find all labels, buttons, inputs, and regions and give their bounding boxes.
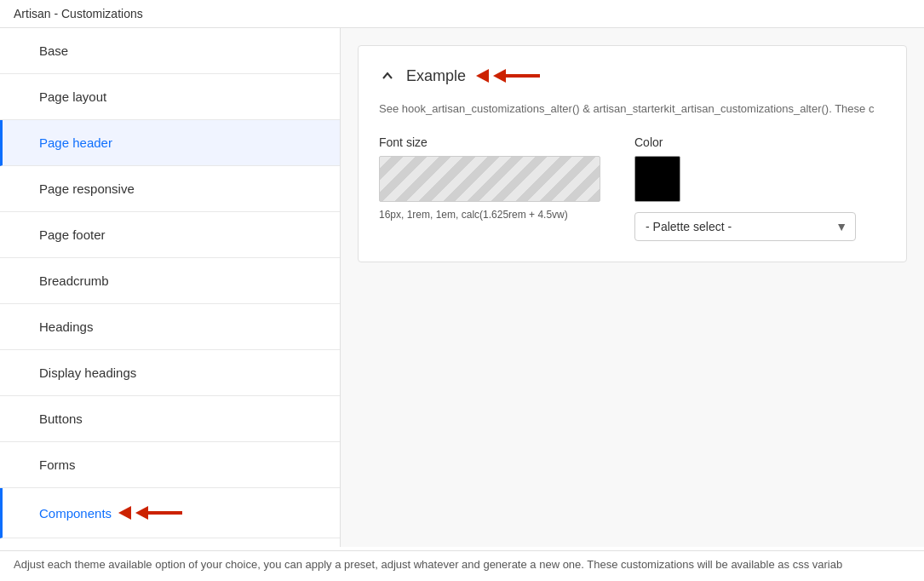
color-field-group: Color - Palette select - ▼ (634, 135, 856, 241)
sidebar-item-label: Base (39, 43, 68, 58)
sidebar-item-label: Page header (39, 135, 112, 150)
sidebar-item-components[interactable]: Components (0, 488, 340, 538)
main-layout: Base Page layout Page header Page respon… (0, 28, 924, 547)
sidebar-item-display-headings[interactable]: Display headings (0, 350, 340, 396)
palette-select[interactable]: - Palette select - (634, 212, 856, 241)
sidebar-item-buttons[interactable]: Buttons (0, 396, 340, 442)
chevron-up-icon (381, 69, 394, 83)
font-size-field-group: Font size 16px, 1rem, 1em, calc(1.625rem… (379, 135, 600, 221)
example-description: See hook_artisan_customizations_alter() … (379, 102, 886, 115)
bottom-bar: Adjust each theme available option of yo… (0, 550, 924, 581)
content-area: Example See hook_artisan_customizations_… (341, 28, 924, 547)
font-size-value: 16px, 1rem, 1em, calc(1.625rem + 4.5vw) (379, 209, 600, 221)
sidebar-item-breadcrumb[interactable]: Breadcrumb (0, 258, 340, 304)
sidebar-item-label: Page responsive (39, 181, 135, 196)
example-header: Example (379, 66, 886, 85)
collapse-example-button[interactable] (379, 67, 396, 84)
red-arrow-components-icon (118, 503, 187, 522)
sidebar-item-label: Buttons (39, 411, 83, 426)
sidebar-item-label: Display headings (39, 365, 136, 380)
sidebar-item-label: Page footer (39, 227, 106, 242)
sidebar-item-label: Headings (39, 319, 93, 334)
svg-marker-2 (493, 69, 540, 83)
sidebar-item-label: Breadcrumb (39, 273, 109, 288)
fields-row: Font size 16px, 1rem, 1em, calc(1.625rem… (379, 135, 886, 241)
font-size-swatch[interactable] (379, 156, 600, 202)
sidebar-item-label: Page layout (39, 89, 106, 104)
svg-marker-1 (118, 506, 131, 520)
svg-marker-0 (135, 506, 182, 520)
svg-marker-3 (476, 69, 489, 83)
sidebar-item-page-header[interactable]: Page header (0, 120, 340, 166)
sidebar-item-page-footer[interactable]: Page footer (0, 212, 340, 258)
color-label: Color (634, 135, 856, 149)
sidebar-item-forms[interactable]: Forms (0, 442, 340, 488)
sidebar-item-page-responsive[interactable]: Page responsive (0, 166, 340, 212)
red-arrow-example-icon (476, 66, 544, 85)
sidebar-item-base[interactable]: Base (0, 28, 340, 74)
font-size-label: Font size (379, 135, 600, 149)
sidebar-item-label: Forms (39, 457, 76, 472)
app-title: Artisan - Customizations (0, 0, 924, 28)
example-card: Example See hook_artisan_customizations_… (358, 45, 907, 262)
sidebar-item-label: Components (39, 506, 112, 521)
palette-select-container: - Palette select - ▼ (634, 212, 856, 241)
color-swatch[interactable] (634, 156, 680, 202)
example-section-title: Example (406, 67, 466, 85)
sidebar-item-headings[interactable]: Headings (0, 304, 340, 350)
sidebar-item-page-layout[interactable]: Page layout (0, 74, 340, 120)
sidebar: Base Page layout Page header Page respon… (0, 28, 341, 547)
